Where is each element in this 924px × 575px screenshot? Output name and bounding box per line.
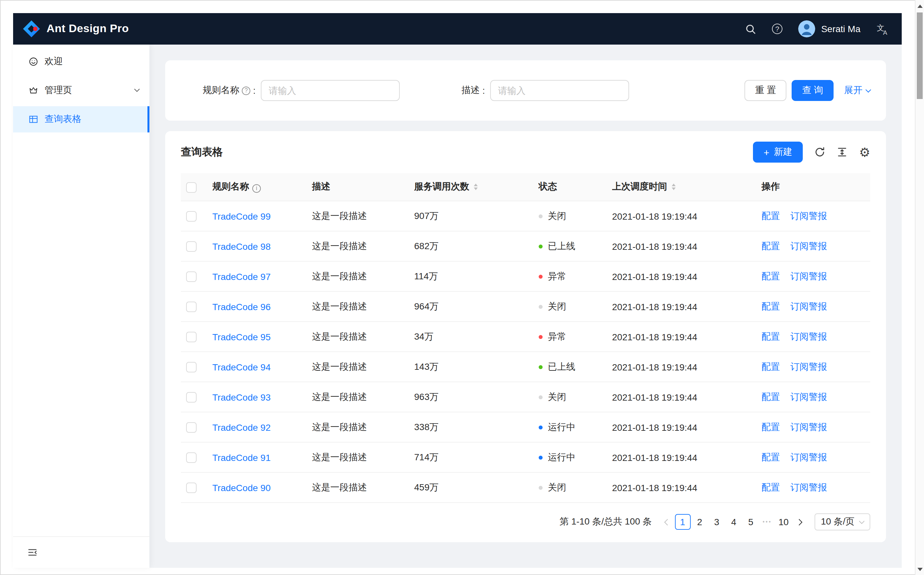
subscribe-alert-link[interactable]: 订阅警报 [790, 481, 827, 492]
configure-link[interactable]: 配置 [761, 361, 780, 372]
header-actions: ? Serati Ma 文 A [745, 20, 889, 37]
description-input[interactable] [490, 80, 629, 101]
scroll-down-arrow[interactable] [916, 564, 924, 574]
subscribe-alert-link[interactable]: 订阅警报 [790, 210, 827, 221]
rule-name-link[interactable]: TradeCode 94 [212, 362, 271, 372]
page-item-3[interactable]: 3 [709, 514, 724, 530]
info-circle-icon[interactable]: i [252, 184, 261, 192]
status-cell: 关闭 [528, 291, 602, 322]
table-row: TradeCode 93这是一段描述963万关闭2021-01-18 19:19… [181, 382, 870, 412]
service-calls-cell: 34万 [404, 322, 528, 352]
status-text: 关闭 [548, 301, 566, 313]
subscribe-alert-link[interactable]: 订阅警报 [790, 421, 827, 432]
density-icon[interactable] [837, 147, 847, 157]
rule-name-link[interactable]: TradeCode 95 [212, 332, 271, 342]
description-cell: 这是一段描述 [301, 261, 404, 291]
rule-name-link[interactable]: TradeCode 91 [212, 452, 271, 462]
row-checkbox[interactable] [186, 241, 197, 252]
reload-icon[interactable] [815, 147, 825, 157]
sidebar-item-welcome[interactable]: 欢迎 [13, 49, 149, 75]
translate-icon[interactable]: 文 A [876, 22, 889, 35]
toolbar-actions: + 新建 [753, 141, 870, 163]
service-calls-cell: 964万 [404, 291, 528, 322]
page-item-10[interactable]: 10 [775, 514, 791, 530]
help-icon[interactable]: ? [772, 24, 783, 34]
configure-link[interactable]: 配置 [761, 481, 780, 492]
chevron-down-icon [866, 87, 871, 92]
rule-name-link[interactable]: TradeCode 97 [212, 271, 271, 281]
row-checkbox[interactable] [186, 211, 197, 222]
rule-name-link[interactable]: TradeCode 90 [212, 482, 271, 493]
configure-link[interactable]: 配置 [761, 300, 780, 311]
settings-icon[interactable]: ⚙ [859, 146, 870, 158]
table-title: 查询表格 [181, 145, 223, 159]
subscribe-alert-link[interactable]: 订阅警报 [790, 270, 827, 281]
subscribe-alert-link[interactable]: 订阅警报 [790, 240, 827, 251]
page-item-1[interactable]: 1 [675, 514, 690, 530]
row-checkbox[interactable] [186, 422, 197, 433]
row-checkbox[interactable] [186, 332, 197, 342]
row-checkbox[interactable] [186, 302, 197, 312]
subscribe-alert-link[interactable]: 订阅警报 [790, 391, 827, 402]
logo[interactable]: Ant Design Pro [22, 20, 129, 38]
data-table: 规则名称i 描述 服务调用次数 状态 上次调度时间 操作 TradeCode 9… [181, 173, 870, 503]
select-all-checkbox[interactable] [186, 182, 197, 192]
configure-link[interactable]: 配置 [761, 210, 780, 221]
configure-link[interactable]: 配置 [761, 421, 780, 432]
user-menu[interactable]: Serati Ma [798, 20, 861, 37]
sidebar-item-table-list[interactable]: 查询表格 [13, 106, 149, 132]
description-cell: 这是一段描述 [301, 352, 404, 382]
scrollbar-thumb[interactable] [917, 13, 923, 99]
scrollbar[interactable] [915, 0, 924, 575]
configure-link[interactable]: 配置 [761, 270, 780, 281]
page-size-select[interactable]: 10 条/页 [814, 513, 870, 531]
description-cell: 这是一段描述 [301, 442, 404, 472]
rule-name-link[interactable]: TradeCode 96 [212, 301, 271, 312]
sidebar-item-admin[interactable]: 管理页 [13, 77, 149, 103]
configure-link[interactable]: 配置 [761, 240, 780, 251]
page-jump-ellipsis[interactable]: ••• [759, 519, 775, 525]
prev-page-button[interactable] [658, 514, 674, 530]
rule-name-link[interactable]: TradeCode 99 [212, 211, 271, 221]
main-content: 规则名称 ? : 描述 : [149, 44, 902, 568]
configure-link[interactable]: 配置 [761, 331, 780, 341]
status-text: 关闭 [548, 391, 566, 403]
subscribe-alert-link[interactable]: 订阅警报 [790, 331, 827, 341]
status-cell: 运行中 [528, 412, 602, 442]
subscribe-alert-link[interactable]: 订阅警报 [790, 361, 827, 372]
page-item-5[interactable]: 5 [743, 514, 759, 530]
search-button[interactable]: 查 询 [792, 80, 834, 101]
row-checkbox[interactable] [186, 362, 197, 372]
configure-link[interactable]: 配置 [761, 391, 780, 402]
description-cell: 这是一段描述 [301, 231, 404, 261]
page-item-4[interactable]: 4 [726, 514, 742, 530]
question-circle-icon[interactable]: ? [242, 86, 250, 95]
next-page-button[interactable] [792, 514, 808, 530]
sorter-icons[interactable] [672, 184, 676, 191]
rule-name-link[interactable]: TradeCode 92 [212, 422, 271, 432]
reset-button[interactable]: 重 置 [745, 80, 786, 101]
search-icon[interactable] [745, 23, 756, 35]
configure-link[interactable]: 配置 [761, 451, 780, 462]
page-item-2[interactable]: 2 [692, 514, 707, 530]
menu-fold-icon[interactable] [27, 548, 37, 557]
scroll-up-arrow[interactable] [916, 1, 924, 11]
rule-name-link[interactable]: TradeCode 93 [212, 392, 271, 402]
description-cell: 这是一段描述 [301, 322, 404, 352]
status-dot-icon [539, 456, 543, 460]
expand-link[interactable]: 展开 [844, 84, 870, 96]
rule-name-input[interactable] [261, 80, 400, 101]
table-row: TradeCode 98这是一段描述682万已上线2021-01-18 19:1… [181, 231, 870, 261]
row-checkbox[interactable] [186, 392, 197, 403]
last-schedule-time-cell: 2021-01-18 19:19:44 [602, 442, 751, 472]
new-button[interactable]: + 新建 [753, 141, 803, 163]
subscribe-alert-link[interactable]: 订阅警报 [790, 300, 827, 311]
app-body: 欢迎 管理页 [13, 44, 902, 568]
row-checkbox[interactable] [186, 483, 197, 493]
rule-name-link[interactable]: TradeCode 98 [212, 241, 271, 251]
row-checkbox[interactable] [186, 272, 197, 282]
table-row: TradeCode 96这是一段描述964万关闭2021-01-18 19:19… [181, 291, 870, 322]
sorter-icons[interactable] [474, 184, 478, 191]
subscribe-alert-link[interactable]: 订阅警报 [790, 451, 827, 462]
row-checkbox[interactable] [186, 453, 197, 463]
